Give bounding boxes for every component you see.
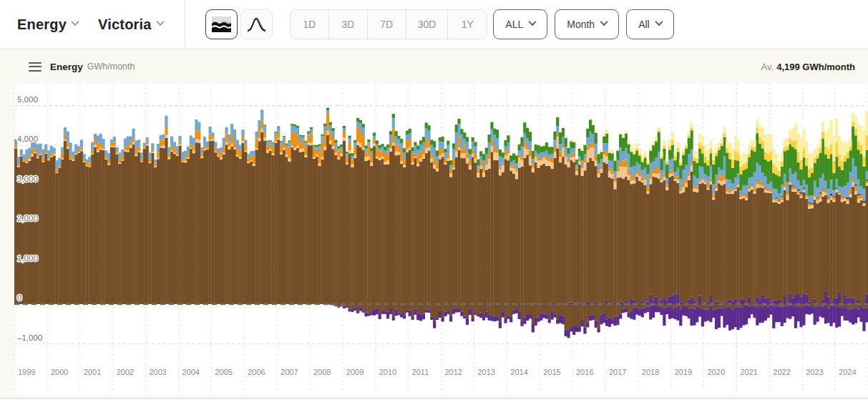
svg-text:–1,000: –1,000 [17,333,42,342]
chevron-down-icon [529,18,537,26]
chevron-down-icon [655,18,663,26]
svg-text:2006: 2006 [248,368,265,376]
metric-picker[interactable]: Energy [17,16,78,33]
chart-panel: Energy GWh/month Av.4,199 GWh/month 5,00… [0,49,868,400]
chevron-down-icon [71,18,79,26]
svg-text:5,000: 5,000 [17,95,38,104]
svg-text:2012: 2012 [445,368,462,376]
svg-text:2013: 2013 [477,368,494,376]
chevron-down-icon [156,18,164,26]
chart-units: GWh/month [87,62,135,72]
svg-text:2020: 2020 [708,368,725,376]
svg-text:2009: 2009 [346,368,364,376]
range-1y-button[interactable]: 1Y [448,10,487,39]
plot-area-wrap: 5,0004,0003,0002,0001,0000–1,00019992000… [0,84,868,398]
svg-text:2024: 2024 [839,368,856,376]
svg-text:2004: 2004 [182,368,199,376]
svg-text:0: 0 [17,293,21,302]
filter-dropdown[interactable]: All [626,9,674,39]
chevron-down-icon [600,18,608,26]
svg-text:2005: 2005 [215,368,232,376]
svg-text:2008: 2008 [313,368,331,376]
chart-average: Av.4,199 GWh/month [761,62,855,72]
svg-text:2003: 2003 [150,368,167,376]
range-7d-button[interactable]: 7D [368,10,406,39]
average-value: 4,199 GWh/month [776,62,855,72]
range-all-label: ALL [505,19,523,30]
interval-dropdown[interactable]: Month [555,9,619,39]
range-all-dropdown[interactable]: ALL [493,9,547,39]
svg-text:2017: 2017 [609,368,626,376]
range-1d-button[interactable]: 1D [291,10,329,39]
range-30d-button[interactable]: 30D [406,10,449,39]
svg-text:2018: 2018 [642,368,659,376]
svg-text:4,000: 4,000 [17,135,38,143]
svg-text:2011: 2011 [412,368,429,376]
chart-title-row: Energy GWh/month Av.4,199 GWh/month [0,49,868,84]
svg-text:1,000: 1,000 [17,254,38,263]
svg-text:2014: 2014 [510,368,527,376]
range-3d-button[interactable]: 3D [329,10,368,39]
svg-text:2021: 2021 [741,368,758,376]
chart-title: Energy [50,62,83,72]
interval-label: Month [567,19,595,30]
svg-text:2001: 2001 [84,368,101,376]
region-picker-label: Victoria [98,16,152,33]
svg-text:2010: 2010 [379,368,396,376]
filter-label: All [638,19,650,30]
chart-type-toggle [205,9,273,39]
svg-text:2000: 2000 [51,368,68,376]
svg-text:2019: 2019 [675,368,692,376]
chart-menu-icon[interactable] [29,62,42,72]
distribution-curve-icon [247,16,266,32]
distribution-toggle-button[interactable] [240,9,273,39]
svg-text:3,000: 3,000 [17,175,38,183]
metric-picker-label: Energy [17,16,67,33]
svg-text:2015: 2015 [543,368,560,376]
range-selector: 1D 3D 7D 30D 1Y [290,9,488,39]
svg-text:2007: 2007 [281,368,298,376]
energy-stacked-chart[interactable]: 5,0004,0003,0002,0001,0000–1,00019992000… [0,84,868,395]
top-header: Energy Victoria 1D 3D 7D 30D 1Y [0,0,868,49]
svg-text:2002: 2002 [117,368,134,376]
svg-text:2,000: 2,000 [17,214,38,223]
svg-text:2016: 2016 [576,368,593,376]
svg-text:2022: 2022 [773,368,790,376]
header-divider [185,0,185,49]
region-picker[interactable]: Victoria [98,16,163,33]
svg-text:1999: 1999 [18,368,35,376]
svg-text:2023: 2023 [806,368,823,376]
average-label: Av. [761,62,774,72]
stacked-area-icon [212,16,231,32]
stacked-area-toggle-button[interactable] [205,9,238,39]
